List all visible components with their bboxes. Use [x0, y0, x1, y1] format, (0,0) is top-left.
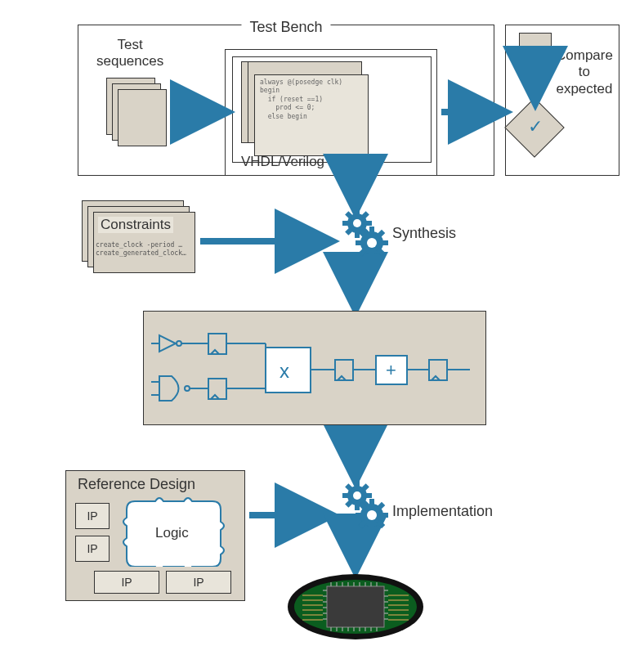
implementation-label: Implementation: [392, 503, 493, 520]
rtl-code-snippet: always @(posedge clk) begin if (reset ==…: [254, 74, 369, 156]
ip-block: IP: [75, 503, 110, 529]
checkmark-icon: ✓: [528, 116, 543, 137]
svg-rect-53: [342, 493, 349, 498]
constraints-stack-icon: [82, 200, 196, 274]
svg-rect-51: [355, 481, 360, 487]
logic-label: Logic: [155, 525, 189, 541]
svg-point-69: [367, 510, 377, 520]
constraints-code: create_clock -period … create_generated_…: [96, 241, 186, 258]
svg-rect-23: [381, 240, 388, 245]
svg-rect-54: [365, 493, 372, 498]
svg-rect-20: [369, 227, 374, 234]
svg-rect-52: [355, 504, 360, 510]
svg-rect-62: [369, 524, 374, 532]
svg-point-59: [353, 491, 361, 500]
reference-design-label: Reference Design: [78, 476, 195, 493]
svg-rect-32: [208, 334, 226, 354]
fpga-chip-icon: [286, 572, 425, 642]
svg-rect-48: [429, 360, 447, 380]
schematic-diagram-icon: x +: [151, 319, 478, 417]
svg-rect-12: [342, 221, 349, 226]
synthesis-gears-icon: [339, 209, 388, 266]
svg-rect-44: [335, 360, 353, 380]
test-sequences-stack-icon: [106, 78, 168, 147]
svg-rect-22: [356, 240, 363, 245]
synthesis-label: Synthesis: [392, 225, 456, 242]
fpga-design-flow-diagram: Test Bench Test sequences always @(posed…: [16, 16, 628, 648]
svg-rect-64: [381, 513, 388, 518]
compare-label: Compare to expected: [556, 47, 613, 97]
svg-point-35: [185, 386, 190, 391]
ip-block: IP: [94, 571, 159, 594]
svg-point-18: [353, 219, 361, 227]
rtl-code-stack-icon: always @(posedge clk) begin if (reset ==…: [241, 61, 368, 155]
svg-rect-84: [327, 586, 384, 627]
multiply-symbol: x: [280, 360, 289, 382]
ip-block: IP: [166, 571, 231, 594]
implementation-gears-icon: [339, 481, 388, 538]
constraints-label: Constraints: [98, 217, 173, 233]
test-bench-label: Test Bench: [241, 19, 330, 36]
add-symbol: +: [386, 360, 396, 380]
compare-reference-icon: [519, 33, 552, 65]
svg-rect-11: [355, 231, 360, 238]
svg-rect-13: [365, 221, 372, 226]
rtl-label: VHDL/Verilog RTL: [241, 154, 355, 170]
ip-block: IP: [75, 536, 110, 562]
svg-rect-21: [369, 252, 374, 259]
test-sequences-label: Test sequences: [96, 37, 163, 70]
svg-point-28: [367, 238, 377, 248]
svg-rect-10: [355, 209, 360, 215]
svg-rect-61: [369, 499, 374, 506]
svg-point-29: [177, 341, 181, 346]
svg-rect-63: [356, 513, 363, 518]
svg-rect-39: [208, 379, 226, 399]
